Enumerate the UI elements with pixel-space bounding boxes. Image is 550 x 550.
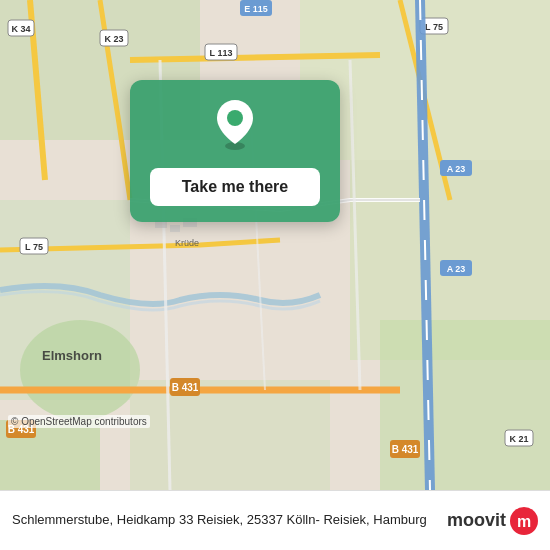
location-pin-icon bbox=[213, 98, 257, 154]
svg-point-39 bbox=[227, 110, 243, 126]
moovit-logo: moovit m bbox=[447, 507, 538, 535]
place-name-text: Schlemmerstube, Heidkamp 33 Reisiek, 253… bbox=[12, 511, 437, 529]
place-details: Schlemmerstube, Heidkamp 33 Reisiek, 253… bbox=[12, 511, 437, 529]
svg-text:E 115: E 115 bbox=[244, 4, 268, 14]
svg-text:K 34: K 34 bbox=[11, 24, 30, 34]
svg-text:L 113: L 113 bbox=[210, 48, 233, 58]
moovit-wordmark: moovit bbox=[447, 510, 506, 531]
map-view[interactable]: K 34 K 23 L 113 L 75 A 23 A 23 E 115 L 7… bbox=[0, 0, 550, 490]
svg-text:A 23: A 23 bbox=[447, 264, 466, 274]
svg-text:L 75: L 75 bbox=[425, 22, 443, 32]
map-attribution: © OpenStreetMap contributors bbox=[8, 415, 150, 428]
place-info-bar: Schlemmerstube, Heidkamp 33 Reisiek, 253… bbox=[0, 490, 550, 550]
svg-text:Krüde: Krüde bbox=[175, 238, 199, 248]
svg-rect-6 bbox=[380, 320, 550, 490]
svg-point-5 bbox=[20, 320, 140, 420]
svg-text:K 23: K 23 bbox=[104, 34, 123, 44]
location-overlay-card: Take me there bbox=[130, 80, 340, 222]
svg-text:B 431: B 431 bbox=[172, 382, 199, 393]
take-me-there-button[interactable]: Take me there bbox=[150, 168, 320, 206]
svg-text:m: m bbox=[517, 513, 531, 530]
svg-text:A 23: A 23 bbox=[447, 164, 466, 174]
moovit-brand-icon: m bbox=[510, 507, 538, 535]
svg-text:Elmshorn: Elmshorn bbox=[42, 348, 102, 363]
svg-text:L 75: L 75 bbox=[25, 242, 43, 252]
svg-text:B 431: B 431 bbox=[392, 444, 419, 455]
svg-text:K 21: K 21 bbox=[509, 434, 528, 444]
svg-rect-7 bbox=[130, 380, 330, 490]
svg-rect-36 bbox=[170, 225, 180, 232]
